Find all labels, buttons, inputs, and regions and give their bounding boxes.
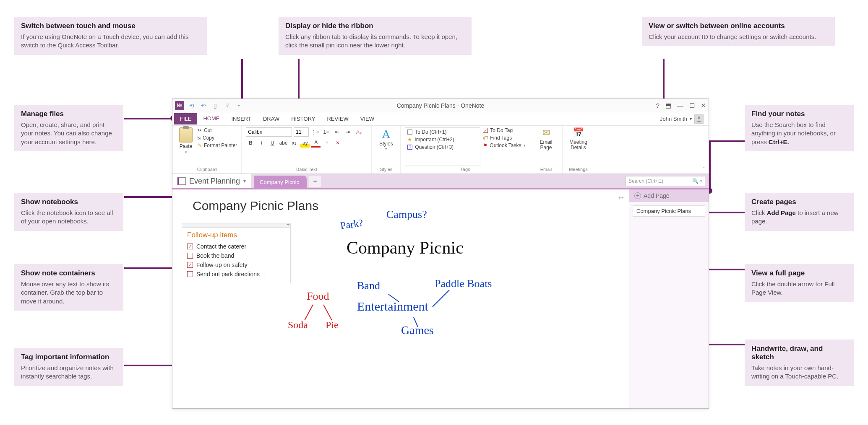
find-tags-button[interactable]: 🏷Find Tags [483, 135, 525, 141]
copy-button[interactable]: ⎘Copy [198, 135, 237, 141]
tab-view[interactable]: VIEW [354, 113, 380, 124]
collapse-ribbon-icon[interactable]: ˄ [703, 166, 705, 172]
font-color-button[interactable]: A [311, 138, 321, 148]
callout-full-page: View a full page Click the double arrow … [745, 264, 854, 302]
quick-access-toolbar: N≡ ⟲ ↶ ▯ ☟ ▾ [175, 101, 243, 110]
callout-tag-info: Tag important information Prioritize and… [14, 348, 123, 386]
tab-insert[interactable]: INSERT [225, 113, 257, 124]
callout-touch-mouse: Switch between touch and mouse If you're… [14, 17, 207, 55]
ink-strokes [172, 189, 550, 357]
format-painter-button[interactable]: ✎Format Painter [198, 143, 237, 148]
account-button[interactable]: John Smith ▾ [660, 114, 707, 124]
callout-title: Switch between touch and mouse [21, 22, 201, 30]
callout-title: Tag important information [21, 353, 117, 361]
callout-find-notes: Find your notes Use the Search box to fi… [745, 105, 854, 151]
tag-item-question[interactable]: ?Question (Ctrl+3) [406, 144, 479, 150]
callout-title: Create pages [751, 198, 847, 206]
search-input[interactable]: Search (Ctrl+E) 🔍 ▾ [626, 176, 705, 186]
numbering-icon[interactable]: 1≡ [321, 127, 331, 137]
paste-button[interactable]: Paste ▾ [177, 127, 195, 166]
onenote-app-window: N≡ ⟲ ↶ ▯ ☟ ▾ Company Picnic Plans - OneN… [172, 98, 709, 409]
italic-button[interactable]: I [257, 138, 266, 148]
ribbon-tab-strip: FILE HOME INSERT DRAW HISTORY REVIEW VIE… [172, 112, 709, 126]
tag-gallery[interactable]: To Do (Ctrl+1) ★Important (Ctrl+2) ?Ques… [405, 127, 480, 166]
callout-title: View or switch between online accounts [649, 22, 828, 30]
chevron-down-icon: ▾ [385, 147, 387, 151]
page-canvas[interactable]: Company Picnic Plans ⤢ Follow-up items C… [172, 188, 629, 408]
clear-formatting-icon[interactable]: Aᵩ [354, 127, 363, 137]
svg-line-3 [414, 317, 418, 327]
checkbox-checked-icon: ✓ [483, 128, 488, 133]
maximize-icon[interactable]: ☐ [689, 102, 695, 109]
align-button[interactable]: ≡ [322, 138, 331, 148]
email-page-button[interactable]: ✉ Email Page [534, 127, 558, 166]
bullets-icon[interactable]: ⋮≡ [310, 127, 320, 137]
outlook-tasks-button[interactable]: ⚑Outlook Tasks▾ [483, 143, 525, 148]
add-section-button[interactable]: + [309, 176, 321, 187]
help-icon[interactable]: ? [656, 102, 659, 109]
calendar-icon: 📅 [573, 127, 584, 138]
page-list-item[interactable]: Company Picnic Plans [633, 205, 705, 217]
tab-review[interactable]: REVIEW [321, 113, 354, 124]
tag-item-todo[interactable]: To Do (Ctrl+1) [406, 129, 479, 135]
full-page-view-button[interactable]: ⤢ [616, 193, 626, 202]
indent-icon[interactable]: ⇥ [343, 127, 352, 137]
avatar-icon [694, 114, 704, 124]
close-icon[interactable]: ✕ [701, 102, 706, 109]
chevron-down-icon: ▾ [700, 179, 702, 183]
styles-button[interactable]: A Styles ▾ [376, 127, 396, 166]
group-label: Meetings [567, 166, 590, 173]
callout-title: View a full page [751, 269, 847, 277]
svg-point-0 [698, 117, 700, 119]
strikethrough-button[interactable]: abc [279, 138, 288, 148]
find-tags-icon: 🏷 [483, 135, 488, 141]
paste-icon [179, 127, 193, 143]
tag-item-important[interactable]: ★Important (Ctrl+2) [406, 136, 479, 143]
callout-title: Manage files [21, 110, 117, 118]
search-placeholder: Search (Ctrl+E) [628, 178, 663, 184]
tab-home[interactable]: HOME [197, 113, 225, 125]
minimize-icon[interactable]: — [677, 102, 683, 109]
qat-dropdown-icon[interactable]: ▾ [235, 101, 243, 110]
callout-body: Click any ribbon tab to display its comm… [285, 33, 465, 50]
title-bar: N≡ ⟲ ↶ ▯ ☟ ▾ Company Picnic Plans - OneN… [172, 99, 709, 112]
tab-draw[interactable]: DRAW [257, 113, 285, 124]
dock-icon[interactable]: ▯ [211, 101, 219, 110]
tab-history[interactable]: HISTORY [285, 113, 321, 124]
group-label: Tags [405, 166, 525, 173]
todo-tag-button[interactable]: ✓To Do Tag [483, 127, 525, 133]
callout-body: Mouse over any text to show its containe… [21, 280, 117, 306]
flag-icon: ⚑ [483, 143, 487, 148]
subscript-button[interactable]: x₂ [289, 138, 299, 148]
add-page-button[interactable]: + Add Page [629, 189, 709, 202]
undo-icon[interactable]: ↶ [199, 101, 208, 110]
callout-title: Display or hide the ribbon [285, 22, 465, 30]
group-label: Basic Text [246, 166, 367, 173]
scissors-icon: ✂ [198, 127, 202, 133]
notebook-icon [177, 177, 186, 185]
callout-body: Click the notebook icon to see all of yo… [21, 209, 117, 226]
meeting-details-button[interactable]: 📅 Meeting Details [567, 127, 590, 166]
back-icon[interactable]: ⟲ [188, 101, 196, 110]
tab-file[interactable]: FILE [174, 113, 197, 124]
callout-title: Handwrite, draw, and sketch [751, 345, 847, 361]
underline-button[interactable]: U [268, 138, 277, 148]
touch-mouse-toggle-icon[interactable]: ☟ [223, 101, 231, 110]
notebook-dropdown[interactable]: Event Planning ▾ [172, 174, 251, 188]
font-name-select[interactable] [246, 127, 292, 137]
font-size-select[interactable] [294, 127, 309, 137]
ribbon-display-icon[interactable]: ⬒ [665, 102, 671, 109]
callout-body: Click the double arrow for Full Page Vie… [751, 280, 847, 297]
highlight-button[interactable]: ay [300, 138, 310, 148]
section-tab[interactable]: Company Picnic [254, 176, 307, 188]
copy-icon: ⎘ [198, 135, 201, 141]
callout-body: Use the Search box to find anything in y… [751, 121, 847, 146]
callout-note-containers: Show note containers Mouse over any text… [14, 264, 123, 311]
outdent-icon[interactable]: ⇤ [332, 127, 341, 137]
cut-button[interactable]: ✂Cut [198, 127, 237, 133]
delete-icon[interactable]: ✕ [333, 138, 342, 148]
star-icon: ★ [407, 137, 412, 143]
chevron-down-icon: ▾ [690, 117, 692, 121]
question-icon: ? [407, 145, 412, 150]
bold-button[interactable]: B [246, 138, 255, 148]
